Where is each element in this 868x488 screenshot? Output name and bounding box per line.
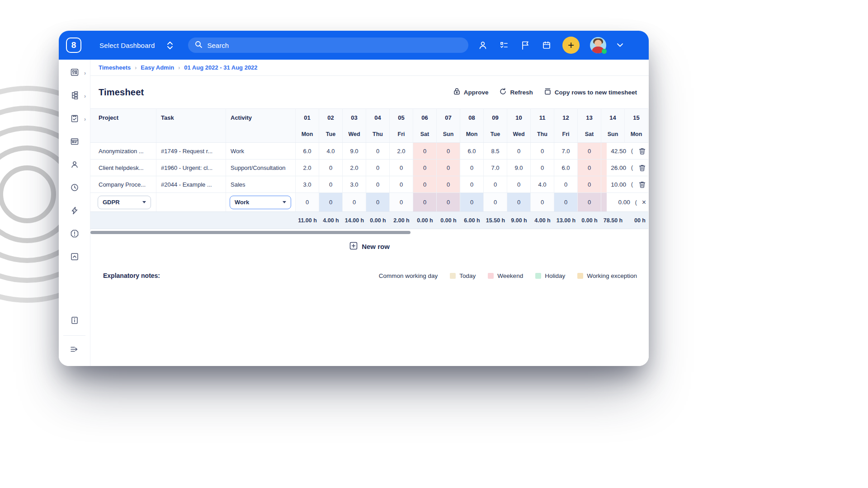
chevron-down-icon[interactable]	[617, 40, 623, 51]
checklist-icon[interactable]	[499, 40, 509, 51]
hours-cell[interactable]: 6.0	[296, 143, 319, 159]
hours-cell[interactable]: 0	[343, 193, 366, 211]
hours-cell[interactable]: 0	[531, 193, 554, 211]
delete-row-button[interactable]	[638, 164, 646, 172]
select-dashboard-button[interactable]: Select Dashboard	[99, 42, 155, 49]
search-bar[interactable]	[188, 38, 468, 53]
remove-row-button[interactable]: ×	[642, 199, 646, 206]
dashboard-switcher-icon[interactable]	[167, 42, 173, 49]
hours-cell[interactable]: 6.0	[460, 143, 484, 159]
flag-icon[interactable]	[520, 40, 531, 51]
breadcrumb-item[interactable]: Timesheets	[99, 64, 131, 71]
refresh-button[interactable]: Refresh	[499, 88, 533, 97]
activity-cell[interactable]: Support/Consultation	[226, 160, 296, 176]
sidebar-item-collapse-up[interactable]	[59, 246, 90, 269]
hours-cell[interactable]: 0	[390, 193, 413, 211]
hours-cell[interactable]: 0	[460, 160, 484, 176]
hours-cell[interactable]: 0	[531, 143, 554, 159]
hours-cell[interactable]: 0	[366, 160, 390, 176]
hours-cell[interactable]: 0	[366, 193, 390, 211]
sidebar-item-tasks[interactable]: ›	[59, 108, 90, 131]
hours-cell[interactable]: 0	[507, 143, 531, 159]
hours-cell[interactable]: 4.0	[531, 176, 554, 192]
sidebar-item-expand-menu[interactable]	[59, 338, 90, 361]
calendar-icon[interactable]	[541, 40, 552, 51]
hours-cell[interactable]: 2.0	[343, 160, 366, 176]
delete-row-button[interactable]	[638, 180, 646, 188]
copy-rows-button[interactable]: Copy rows to new timesheet	[544, 88, 637, 97]
apps-grid-icon[interactable]	[633, 41, 642, 49]
hours-cell[interactable]: 0	[390, 176, 413, 192]
hours-cell[interactable]: 0	[554, 176, 578, 192]
hours-cell[interactable]: 0	[578, 176, 601, 192]
hours-cell[interactable]: 0	[437, 176, 460, 192]
hours-cell[interactable]: 0	[578, 193, 601, 211]
project-cell[interactable]: Client helpdesk...	[90, 160, 156, 176]
delete-row-button[interactable]	[638, 147, 646, 155]
hours-cell[interactable]: 0	[437, 143, 460, 159]
project-select[interactable]: GDPR	[98, 196, 151, 209]
sidebar-item-quick-actions[interactable]	[59, 200, 90, 223]
activity-cell[interactable]: Sales	[226, 176, 296, 192]
hours-cell[interactable]: 0	[507, 193, 531, 211]
approve-button[interactable]: Approve	[453, 88, 489, 97]
hours-cell[interactable]: 0	[366, 176, 390, 192]
hours-cell[interactable]: 7.0	[554, 143, 578, 159]
breadcrumb-item[interactable]: 01 Aug 2022 - 31 Aug 2022	[184, 64, 257, 71]
hours-cell[interactable]: 3.0	[343, 176, 366, 192]
sidebar-item-info[interactable]	[59, 310, 90, 333]
breadcrumb-item[interactable]: Easy Admin	[141, 64, 174, 71]
app-logo[interactable]: 8	[66, 38, 81, 53]
hours-cell[interactable]: 0	[460, 176, 484, 192]
sidebar-item-dashboards[interactable]: ›	[59, 61, 90, 84]
project-cell[interactable]: Company Proce...	[90, 176, 156, 192]
task-cell[interactable]: #1960 - Urgent: cl...	[156, 160, 226, 176]
hours-cell[interactable]: 8.5	[484, 143, 507, 159]
hours-cell[interactable]: 0	[413, 143, 437, 159]
task-cell[interactable]: #1749 - Request r...	[156, 143, 226, 159]
scrollbar-thumb[interactable]	[90, 231, 410, 234]
hours-cell[interactable]: 0	[413, 193, 437, 211]
search-input[interactable]	[207, 42, 462, 49]
hours-cell[interactable]: 2.0	[390, 143, 413, 159]
hours-cell[interactable]: 9.0	[507, 160, 531, 176]
sidebar-item-project-tree[interactable]: ›	[59, 84, 90, 108]
hours-cell[interactable]: 0	[531, 160, 554, 176]
hours-cell[interactable]: 0	[319, 160, 343, 176]
hours-cell[interactable]: 0	[554, 193, 578, 211]
hours-cell[interactable]: 0	[460, 193, 484, 211]
hours-cell[interactable]: 0	[366, 143, 390, 159]
hours-cell[interactable]: 3.0	[296, 176, 319, 192]
hours-cell[interactable]: 4.0	[319, 143, 343, 159]
hours-cell[interactable]: 0	[484, 176, 507, 192]
project-cell[interactable]: Anonymization ...	[90, 143, 156, 159]
hours-cell[interactable]: 0	[390, 160, 413, 176]
hours-cell[interactable]: 2.0	[296, 160, 319, 176]
hours-cell[interactable]: 6.0	[554, 160, 578, 176]
task-cell[interactable]: #2044 - Example ...	[156, 176, 226, 192]
hours-cell[interactable]: 0	[437, 193, 460, 211]
avatar[interactable]	[590, 37, 606, 53]
hours-cell[interactable]: 0	[507, 176, 531, 192]
hours-cell[interactable]: 7.0	[484, 160, 507, 176]
sidebar-item-time[interactable]	[59, 177, 90, 200]
activity-cell[interactable]: Work	[226, 143, 296, 159]
hours-cell[interactable]: 0	[319, 176, 343, 192]
sidebar-item-user[interactable]	[59, 154, 90, 177]
new-row-button[interactable]: New row	[349, 242, 390, 251]
hours-cell[interactable]: 0	[578, 160, 601, 176]
activity-select[interactable]: Work	[230, 196, 291, 209]
hours-cell[interactable]: 9.0	[343, 143, 366, 159]
hours-cell[interactable]: 0	[578, 143, 601, 159]
user-icon[interactable]	[477, 40, 488, 51]
sidebar-item-alerts[interactable]	[59, 223, 90, 246]
task-cell[interactable]	[156, 193, 226, 211]
hours-cell[interactable]: 0	[413, 160, 437, 176]
hours-cell[interactable]: 0	[296, 193, 319, 211]
add-button[interactable]: +	[562, 37, 580, 54]
hours-cell[interactable]: 0	[413, 176, 437, 192]
hours-cell[interactable]: 0	[319, 193, 343, 211]
hours-cell[interactable]: 0	[484, 193, 507, 211]
hours-cell[interactable]: 0	[437, 160, 460, 176]
sidebar-item-browser-window[interactable]	[59, 131, 90, 154]
